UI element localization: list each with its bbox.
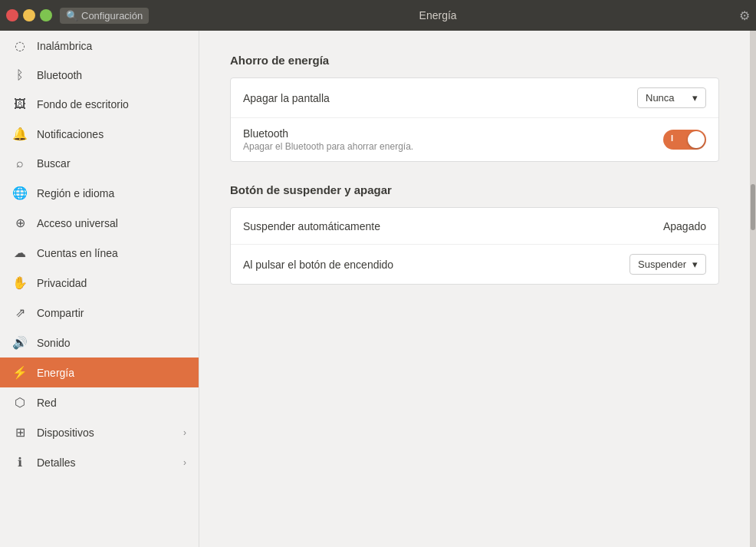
sidebar-item-inalambrica[interactable]: ◌Inalámbrica [0, 31, 199, 61]
sidebar-item-dispositivos[interactable]: ⊞Dispositivos› [0, 417, 199, 447]
row-label-apagar-pantalla: Apagar la pantalla [243, 92, 637, 104]
main-panel: Ahorro de energíaApagar la pantallaNunca… [199, 31, 750, 547]
row-label-bluetooth-toggle: BluetoothApagar el Bluetooth para ahorra… [243, 127, 663, 152]
sidebar-label-energia: Energía [37, 367, 186, 379]
sidebar-item-compartir[interactable]: ⇗Compartir [0, 298, 199, 328]
sidebar-item-detalles[interactable]: ℹDetalles› [0, 447, 199, 477]
settings-row-boton-encendido: Al pulsar el botón de encendidoSuspender… [231, 245, 718, 284]
dropdown-value-apagar-pantalla: Nunca [646, 92, 675, 104]
app-title-label: Configuración [81, 10, 143, 21]
sidebar-item-privacidad[interactable]: ✋Privacidad [0, 268, 199, 298]
sidebar-item-acceso[interactable]: ⊕Acceso universal [0, 208, 199, 238]
settings-row-apagar-pantalla: Apagar la pantallaNunca▾ [231, 78, 718, 118]
sidebar-item-cuentas[interactable]: ☁Cuentas en línea [0, 238, 199, 268]
cuentas-icon: ☁ [12, 245, 28, 260]
sidebar-label-cuentas: Cuentas en línea [37, 247, 186, 259]
dropdown-value-boton-encendido: Suspender [638, 259, 686, 270]
gear-button[interactable]: ⚙ [739, 8, 750, 23]
sidebar-label-sonido: Sonido [37, 337, 186, 349]
scrollbar-thumb[interactable] [751, 184, 755, 230]
region-icon: 🌐 [12, 186, 28, 200]
sidebar-label-privacidad: Privacidad [37, 277, 186, 289]
sidebar-label-red: Red [37, 397, 186, 409]
sidebar-label-acceso: Acceso universal [37, 217, 186, 229]
compartir-icon: ⇗ [12, 305, 28, 320]
sidebar-item-red[interactable]: ⬡Red [0, 387, 199, 417]
titlebar: 🔍 Configuración Energía ⚙ [0, 0, 756, 31]
settings-row-suspender-auto: Suspender automáticamenteApagado [231, 208, 718, 245]
dropdown-boton-encendido[interactable]: Suspender▾ [629, 254, 706, 275]
sidebar-label-detalles: Detalles [37, 456, 174, 469]
toggle-knob [688, 131, 705, 148]
row-label-suspender-auto: Suspender automáticamente [243, 220, 663, 232]
chevron-down-icon: ▾ [692, 92, 698, 104]
sidebar-label-dispositivos: Dispositivos [37, 427, 174, 439]
sidebar-label-compartir: Compartir [37, 307, 186, 319]
section-title-ahorro: Ahorro de energía [230, 54, 719, 67]
sidebar-label-fondo: Fondo de escritorio [37, 98, 186, 110]
sidebar-item-energia[interactable]: ⚡Energía [0, 358, 199, 387]
dispositivos-icon: ⊞ [12, 425, 28, 440]
toggle-on-label: I [671, 133, 673, 143]
minimize-button[interactable] [23, 9, 35, 21]
maximize-button[interactable] [40, 9, 52, 21]
toggle-bluetooth-toggle[interactable]: I [663, 130, 706, 150]
sidebar-label-bluetooth: Bluetooth [37, 69, 186, 81]
acceso-icon: ⊕ [12, 216, 28, 230]
detalles-icon: ℹ [12, 455, 28, 470]
red-icon: ⬡ [12, 395, 28, 410]
titlebar-right: ⚙ [727, 8, 750, 23]
section-title-boton-suspender: Botón de suspender y apagar [230, 183, 719, 196]
sidebar-label-buscar: Buscar [37, 157, 186, 170]
sidebar-item-bluetooth[interactable]: ᛒBluetooth [0, 61, 199, 90]
sidebar-arrow-dispositivos: › [183, 427, 186, 438]
energia-icon: ⚡ [12, 365, 28, 380]
sidebar-label-notificaciones: Notificaciones [37, 128, 186, 140]
gear-icon: ⚙ [739, 9, 750, 22]
app-body: ◌InalámbricaᛒBluetooth🖼Fondo de escritor… [0, 31, 756, 547]
settings-row-bluetooth-toggle: BluetoothApagar el Bluetooth para ahorra… [231, 118, 718, 161]
sidebar-item-notificaciones[interactable]: 🔔Notificaciones [0, 119, 199, 149]
inalambrica-icon: ◌ [12, 38, 28, 53]
fondo-icon: 🖼 [12, 97, 28, 111]
sonido-icon: 🔊 [12, 335, 28, 350]
sidebar-arrow-detalles: › [183, 457, 186, 468]
sidebar-label-region: Región e idioma [37, 187, 186, 199]
search-button[interactable]: 🔍 Configuración [60, 8, 149, 24]
bluetooth-icon: ᛒ [12, 68, 28, 82]
notificaciones-icon: 🔔 [12, 127, 28, 141]
scrollbar-area[interactable] [750, 31, 756, 547]
privacidad-icon: ✋ [12, 275, 28, 290]
sidebar-label-inalambrica: Inalámbrica [37, 40, 186, 52]
row-label-boton-encendido: Al pulsar el botón de encendido [243, 259, 629, 271]
row-sublabel-bluetooth-toggle: Apagar el Bluetooth para ahorrar energía… [243, 141, 663, 152]
sidebar-item-fondo[interactable]: 🖼Fondo de escritorio [0, 90, 199, 119]
dropdown-apagar-pantalla[interactable]: Nunca▾ [637, 87, 706, 108]
sidebar-item-buscar[interactable]: ⌕Buscar [0, 149, 199, 178]
settings-card-ahorro: Apagar la pantallaNunca▾BluetoothApagar … [230, 77, 719, 162]
buscar-icon: ⌕ [12, 157, 28, 170]
settings-card-boton-suspender: Suspender automáticamenteApagadoAl pulsa… [230, 207, 719, 285]
chevron-down-icon: ▾ [692, 259, 698, 270]
window-controls [6, 9, 52, 21]
close-button[interactable] [6, 9, 18, 21]
window-title: Energía [149, 9, 727, 21]
search-icon: 🔍 [66, 10, 78, 21]
row-value-suspender-auto: Apagado [663, 220, 706, 232]
sidebar-item-sonido[interactable]: 🔊Sonido [0, 328, 199, 358]
sidebar: ◌InalámbricaᛒBluetooth🖼Fondo de escritor… [0, 31, 199, 547]
sidebar-item-region[interactable]: 🌐Región e idioma [0, 178, 199, 208]
